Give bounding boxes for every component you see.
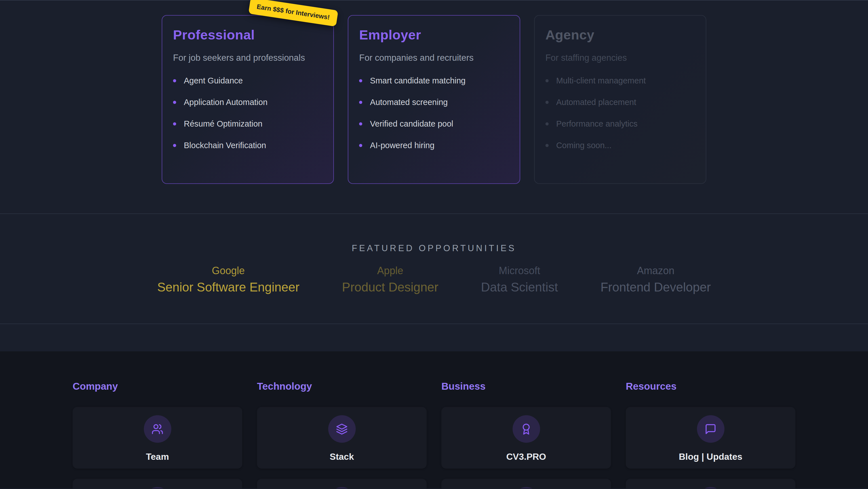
bullet-dot-icon [546,101,549,104]
footer-card-label: Stack [330,452,354,462]
footer-card-label: Team [146,452,169,462]
footer-card-partial[interactable] [626,479,795,488]
hidden-icon [328,487,356,488]
plan-feature: Performance analytics [546,119,695,128]
footer-card-stack[interactable]: Stack [257,407,427,468]
plans-section: Earn $$$ for Interviews! Professional Fo… [0,0,868,214]
footer-card-cv3pro[interactable]: CV3.PRO [441,407,611,468]
plan-title: Professional [173,27,322,42]
plan-feature: Multi-client management [546,76,695,85]
hidden-icon [513,487,540,488]
footer-column-company: Company Team [73,381,242,488]
plan-card-employer[interactable]: Employer For companies and recruiters Sm… [348,15,520,184]
footer-card-partial[interactable] [257,479,427,488]
plan-feature: Blockchain Verification [173,141,322,150]
job-company: Amazon [600,265,711,277]
job-role: Frontend Developer [600,280,711,294]
bullet-dot-icon [359,144,362,147]
bullet-dot-icon [173,144,176,147]
job-role: Data Scientist [481,280,558,294]
layers-icon [328,415,356,443]
bullet-dot-icon [546,122,549,125]
bullet-dot-icon [359,79,362,82]
footer-column-heading: Technology [257,381,427,392]
plan-subtitle: For staffing agencies [546,53,695,63]
featured-heading: FEATURED OPPORTUNITIES [0,243,868,254]
job-company: Apple [342,265,438,277]
section-spacer [0,324,868,351]
plans-grid: Earn $$$ for Interviews! Professional Fo… [162,1,706,184]
plan-feature: AI-powered hiring [359,141,508,150]
featured-job-apple[interactable]: Apple Product Designer [342,265,438,294]
footer-card-team[interactable]: Team [73,407,242,468]
footer-card-partial[interactable] [441,479,611,488]
plan-title: Employer [359,27,508,42]
footer-column-business: Business CV3.PRO [441,381,611,488]
footer-column-resources: Resources Blog | Updates [626,381,795,488]
message-square-icon [697,415,724,443]
hidden-icon [144,487,171,488]
plan-card-agency: Agency For staffing agencies Multi-clien… [534,15,706,184]
plan-feature-list: Agent Guidance Application Automation Ré… [173,76,322,150]
featured-opportunities-section: FEATURED OPPORTUNITIES Google Senior Sof… [0,214,868,324]
bullet-dot-icon [173,79,176,82]
bullet-dot-icon [359,122,362,125]
job-company: Google [157,265,299,277]
job-role: Senior Software Engineer [157,280,299,294]
bullet-dot-icon [359,101,362,104]
plan-feature: Agent Guidance [173,76,322,85]
users-icon [144,415,171,443]
plan-card-professional[interactable]: Professional For job seekers and profess… [162,15,334,184]
bullet-dot-icon [173,101,176,104]
site-footer: Company Team Technology [0,351,868,488]
plan-feature-list: Multi-client management Automated placem… [546,76,695,150]
award-icon [513,415,540,443]
pricing-page: Earn $$$ for Interviews! Professional Fo… [0,0,868,488]
featured-job-microsoft[interactable]: Microsoft Data Scientist [481,265,558,294]
bullet-dot-icon [546,79,549,82]
footer-card-blog[interactable]: Blog | Updates [626,407,795,468]
bullet-dot-icon [546,144,549,147]
footer-card-label: CV3.PRO [506,452,546,462]
bullet-dot-icon [173,122,176,125]
footer-column-heading: Company [73,381,242,392]
featured-job-amazon[interactable]: Amazon Frontend Developer [600,265,711,294]
plan-feature: Application Automation [173,97,322,107]
job-role: Product Designer [342,280,438,294]
footer-column-heading: Business [441,381,611,392]
footer-column-technology: Technology Stack [257,381,427,488]
plan-feature: Automated screening [359,97,508,107]
plan-feature: Coming soon... [546,141,695,150]
featured-job-google[interactable]: Google Senior Software Engineer [157,265,299,294]
footer-card-label: Blog | Updates [679,452,742,462]
plan-feature: Résumé Optimization [173,119,322,128]
footer-card-partial[interactable] [73,479,242,488]
plan-subtitle: For companies and recruiters [359,53,508,63]
plan-feature: Verified candidate pool [359,119,508,128]
plan-feature: Smart candidate matching [359,76,508,85]
footer-grid: Company Team Technology [73,381,795,488]
footer-column-heading: Resources [626,381,795,392]
plan-subtitle: For job seekers and professionals [173,53,322,63]
job-company: Microsoft [481,265,558,277]
hidden-icon [697,487,724,488]
plan-feature: Automated placement [546,97,695,107]
plan-title: Agency [546,27,695,42]
plan-feature-list: Smart candidate matching Automated scree… [359,76,508,150]
featured-jobs-carousel: Google Senior Software Engineer Apple Pr… [0,265,868,294]
